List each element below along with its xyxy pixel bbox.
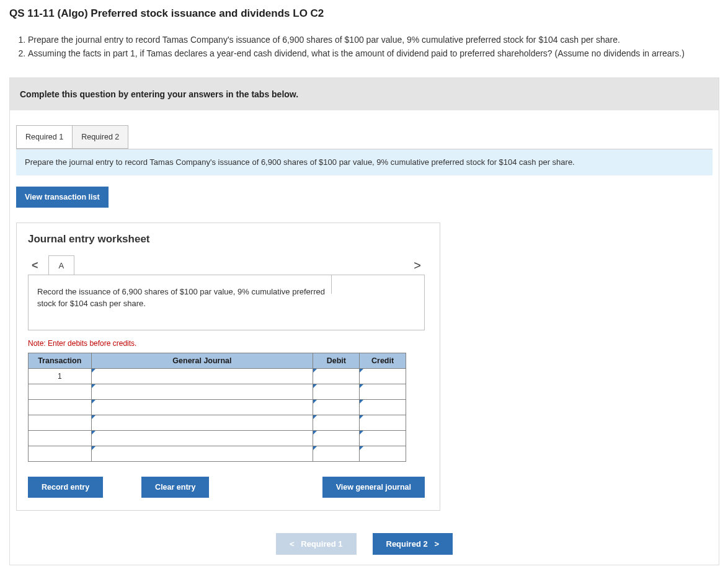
- question-title: QS 11-11 (Algo) Preferred stock issuance…: [9, 7, 719, 20]
- problem-item-2: Assuming the facts in part 1, if Tamas d…: [28, 47, 719, 60]
- cell-debit[interactable]: [313, 415, 360, 431]
- table-row: [29, 415, 406, 431]
- dropdown-indicator-icon: [92, 431, 95, 435]
- cell-transaction[interactable]: [29, 415, 92, 431]
- table-row: [29, 400, 406, 415]
- clear-entry-button[interactable]: Clear entry: [141, 477, 209, 498]
- cell-transaction[interactable]: [29, 400, 92, 415]
- cell-gj[interactable]: [91, 431, 313, 446]
- desc-spacer: [331, 275, 424, 294]
- cell-gj[interactable]: [91, 400, 313, 415]
- worksheet-note: Note: Enter debits before credits.: [28, 339, 428, 348]
- dropdown-indicator-icon: [360, 446, 363, 450]
- cell-credit[interactable]: [360, 431, 406, 446]
- record-entry-button[interactable]: Record entry: [28, 477, 103, 498]
- dropdown-indicator-icon: [92, 369, 95, 373]
- dropdown-indicator-icon: [360, 431, 363, 435]
- answer-container: Complete this question by entering your …: [9, 77, 719, 566]
- instruction-bar: Complete this question by entering your …: [10, 78, 719, 110]
- cell-gj[interactable]: [91, 415, 313, 431]
- col-transaction: Transaction: [29, 353, 92, 369]
- tab-instruction: Prepare the journal entry to record Tama…: [16, 149, 712, 176]
- item2-text: Assuming the facts in part 1, if Tamas d…: [28, 48, 685, 58]
- view-general-journal-button[interactable]: View general journal: [322, 477, 425, 498]
- worksheet-nav-row: < A >: [28, 255, 425, 275]
- col-debit: Debit: [313, 353, 360, 369]
- col-general-journal: General Journal: [91, 353, 313, 369]
- cell-gj[interactable]: [91, 369, 313, 384]
- cell-transaction[interactable]: [29, 446, 92, 462]
- view-transaction-list-button[interactable]: View transaction list: [16, 187, 109, 208]
- table-row: [29, 446, 406, 462]
- cell-credit[interactable]: [360, 400, 406, 415]
- cell-credit[interactable]: [360, 415, 406, 431]
- cell-credit[interactable]: [360, 369, 406, 384]
- item1-text: Prepare the journal entry to record Tama…: [28, 35, 620, 45]
- cell-credit[interactable]: [360, 446, 406, 462]
- cell-debit[interactable]: [313, 400, 360, 415]
- worksheet-button-row: Record entry Clear entry View general jo…: [28, 477, 425, 498]
- cell-debit[interactable]: [313, 431, 360, 446]
- tab-required-1[interactable]: Required 1: [16, 125, 73, 149]
- prev-required-button[interactable]: < Required 1: [276, 533, 357, 555]
- worksheet-tab-a[interactable]: A: [48, 255, 75, 275]
- chevron-left-icon: <: [290, 539, 295, 549]
- dropdown-indicator-icon: [360, 415, 363, 419]
- next-label: Required 2: [386, 539, 428, 549]
- cell-transaction[interactable]: [29, 431, 92, 446]
- cell-transaction[interactable]: [29, 384, 92, 400]
- problem-item-1: Prepare the journal entry to record Tama…: [28, 33, 719, 46]
- dropdown-indicator-icon: [92, 415, 95, 419]
- chevron-left-icon[interactable]: <: [28, 259, 42, 272]
- cell-debit[interactable]: [313, 446, 360, 462]
- chevron-right-icon[interactable]: >: [410, 258, 425, 273]
- tab-required-2[interactable]: Required 2: [72, 125, 128, 149]
- dropdown-indicator-icon: [313, 415, 317, 419]
- cell-debit[interactable]: [313, 369, 360, 384]
- dropdown-indicator-icon: [313, 400, 317, 404]
- cell-transaction-1[interactable]: 1: [29, 369, 92, 384]
- table-row: [29, 384, 406, 400]
- dropdown-indicator-icon: [360, 400, 363, 404]
- bottom-navigation: < Required 1 Required 2 >: [10, 519, 719, 565]
- problem-list: Prepare the journal entry to record Tama…: [28, 33, 719, 60]
- dropdown-indicator-icon: [92, 446, 95, 450]
- worksheet-desc-text: Record the issuance of 6,900 shares of $…: [37, 287, 325, 308]
- dropdown-indicator-icon: [313, 384, 317, 388]
- dropdown-indicator-icon: [313, 446, 317, 450]
- dropdown-indicator-icon: [92, 400, 95, 404]
- journal-entry-worksheet: Journal entry worksheet < A > Record the…: [16, 223, 440, 511]
- chevron-right-icon: >: [435, 539, 440, 549]
- worksheet-title: Journal entry worksheet: [28, 233, 428, 245]
- cell-credit[interactable]: [360, 384, 406, 400]
- table-row: 1: [29, 369, 406, 384]
- dropdown-indicator-icon: [313, 431, 317, 435]
- cell-gj[interactable]: [91, 446, 313, 462]
- dropdown-indicator-icon: [360, 369, 363, 373]
- dropdown-indicator-icon: [313, 369, 317, 373]
- dropdown-indicator-icon: [360, 384, 363, 388]
- col-credit: Credit: [360, 353, 406, 369]
- prev-label: Required 1: [301, 539, 342, 549]
- next-required-button[interactable]: Required 2 >: [373, 533, 453, 555]
- cell-gj[interactable]: [91, 384, 313, 400]
- cell-debit[interactable]: [313, 384, 360, 400]
- tabs-row: Required 1 Required 2: [10, 110, 719, 149]
- table-row: [29, 431, 406, 446]
- worksheet-description: Record the issuance of 6,900 shares of $…: [28, 275, 425, 330]
- dropdown-indicator-icon: [92, 384, 95, 388]
- journal-entry-table: Transaction General Journal Debit Credit…: [28, 353, 406, 462]
